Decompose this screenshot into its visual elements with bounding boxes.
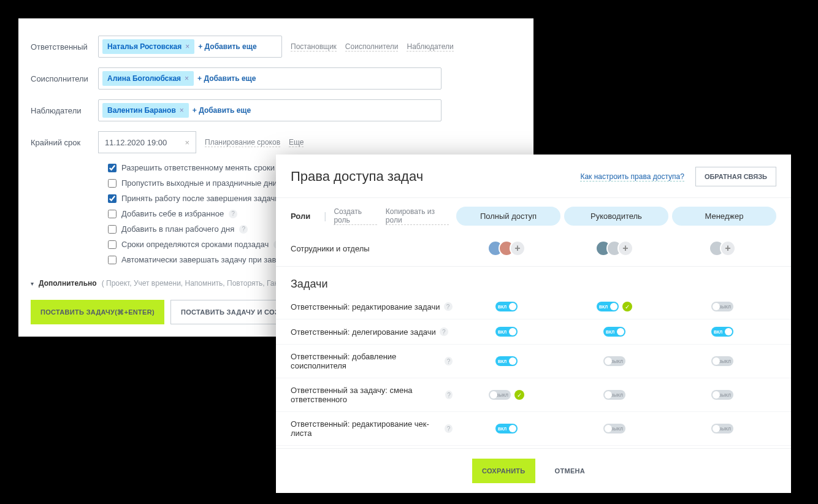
- permission-name: Ответственный: редактирование чек-листа: [291, 419, 441, 438]
- responsible-chip[interactable]: Наталья Ростовская×: [102, 39, 194, 54]
- responsible-row: Ответственный Наталья Ростовская× + Доба…: [31, 36, 521, 58]
- add-user-icon[interactable]: +: [617, 240, 633, 256]
- help-icon[interactable]: ?: [229, 210, 237, 218]
- permission-toggle[interactable]: ВКЛ: [495, 424, 518, 433]
- help-icon[interactable]: ?: [445, 391, 453, 399]
- remove-icon[interactable]: ×: [185, 74, 189, 83]
- option-label: Добавить в план рабочего дня: [121, 224, 234, 234]
- help-icon[interactable]: ?: [445, 357, 453, 365]
- permission-toggle[interactable]: ВЫКЛ: [489, 390, 511, 400]
- permissions-table: Ответственный: редактирование задачи? ВК…: [276, 294, 791, 448]
- option-checkbox[interactable]: [108, 194, 117, 203]
- option-checkbox[interactable]: [108, 179, 117, 188]
- permission-row: Ответственный: добавление соисполнителя?…: [276, 345, 791, 378]
- coexec-chip[interactable]: Алина Боголюбская×: [102, 71, 194, 86]
- responsible-input[interactable]: Наталья Ростовская× + Добавить еще: [98, 36, 282, 58]
- option-label: Сроки определяются сроками подзадач: [121, 240, 269, 249]
- create-role-link[interactable]: Создать роль: [334, 207, 377, 225]
- permission-name: Ответственный за задачу: смена ответстве…: [291, 386, 441, 404]
- role-quick-links: Постановщик Соисполнители Наблюдатели: [291, 42, 454, 52]
- role-pill[interactable]: Менеджер: [672, 207, 776, 226]
- help-icon[interactable]: ?: [440, 327, 448, 336]
- remove-icon[interactable]: ×: [185, 42, 189, 51]
- avatar-group[interactable]: +: [595, 240, 633, 256]
- permissions-title: Права доступа задач: [291, 169, 423, 185]
- add-user-icon[interactable]: +: [510, 240, 526, 256]
- perm-cancel-button[interactable]: ОТМЕНА: [545, 459, 595, 483]
- permission-row: Ответственный за задачу: смена ответстве…: [276, 378, 791, 412]
- permission-toggle[interactable]: ВЫКЛ: [711, 390, 733, 400]
- link-observers[interactable]: Наблюдатели: [407, 42, 453, 52]
- observer-chip[interactable]: Валентин Баранов×: [102, 103, 189, 118]
- option-checkbox[interactable]: [108, 210, 117, 218]
- responsible-label: Ответственный: [31, 42, 98, 52]
- option-checkbox[interactable]: [108, 240, 117, 249]
- option-checkbox[interactable]: [108, 225, 117, 234]
- role-pill[interactable]: Полный доступ: [456, 207, 560, 226]
- permission-row: Ответственный: делегирование задачи? ВКЛ…: [276, 319, 791, 345]
- role-pill[interactable]: Руководитель: [564, 207, 668, 226]
- employees-label: Сотрудники и отделы: [291, 244, 370, 253]
- deadline-input[interactable]: 11.12.2020 19:00 ×: [98, 131, 196, 153]
- feedback-button[interactable]: ОБРАТНАЯ СВЯЗЬ: [695, 167, 776, 186]
- avatar-group[interactable]: +: [487, 240, 526, 256]
- clear-icon[interactable]: ×: [185, 138, 189, 147]
- observers-row: Наблюдатели Валентин Баранов× + Добавить…: [31, 99, 521, 121]
- check-icon: ✓: [514, 390, 524, 400]
- check-icon: ✓: [622, 302, 632, 311]
- deadline-links: Планирование сроков Еще: [205, 138, 304, 147]
- option-label: Разрешить ответственному менять сроки за…: [121, 163, 302, 172]
- help-icon[interactable]: ?: [239, 225, 248, 234]
- save-button[interactable]: СОХРАНИТЬ: [472, 459, 535, 483]
- permission-toggle[interactable]: ВЫКЛ: [711, 424, 733, 433]
- option-label: Пропустить выходные и праздничные дни: [121, 178, 277, 188]
- option-checkbox[interactable]: [108, 164, 117, 172]
- add-more-link[interactable]: + Добавить еще: [197, 74, 256, 83]
- permission-row: Ответственный: редактирование задачи? ВК…: [276, 294, 791, 319]
- observers-label: Наблюдатели: [31, 106, 98, 115]
- permission-toggle[interactable]: ВКЛ: [495, 302, 518, 311]
- permissions-footer: СОХРАНИТЬ ОТМЕНА: [276, 448, 791, 493]
- permission-toggle[interactable]: ВЫКЛ: [711, 356, 733, 366]
- link-coexec[interactable]: Соисполнители: [345, 42, 399, 52]
- link-creator[interactable]: Постановщик: [291, 42, 337, 52]
- copy-role-link[interactable]: Копировать из роли: [386, 207, 449, 225]
- help-icon[interactable]: ?: [444, 302, 453, 311]
- permission-name: Ответственный: редактирование задачи: [291, 302, 440, 311]
- avatar-group[interactable]: +: [709, 240, 736, 256]
- help-link[interactable]: Как настроить права доступа?: [580, 172, 684, 181]
- option-label: Принять работу после завершения задачи: [121, 194, 280, 203]
- permission-name: Ответственный: делегирование задачи: [291, 327, 436, 337]
- permission-toggle[interactable]: ВКЛ: [597, 302, 619, 311]
- roles-row: Роли | Создать роль Копировать из роли П…: [276, 198, 791, 234]
- submit-button[interactable]: ПОСТАВИТЬ ЗАДАЧУ(⌘+ENTER): [31, 300, 164, 324]
- permission-toggle[interactable]: ВКЛ: [711, 327, 733, 337]
- chevron-down-icon: ▾: [31, 280, 34, 287]
- help-icon[interactable]: ?: [445, 424, 453, 433]
- deadline-label: Крайний срок: [31, 138, 98, 147]
- permission-row: Ответственный: редактирование чек-листа?…: [276, 412, 791, 446]
- option-checkbox[interactable]: [108, 256, 117, 264]
- observers-input[interactable]: Валентин Баранов× + Добавить еще: [98, 99, 441, 121]
- link-planning[interactable]: Планирование сроков: [205, 138, 280, 147]
- coexec-label: Соисполнители: [31, 74, 98, 83]
- permission-toggle[interactable]: ВЫКЛ: [603, 424, 625, 433]
- coexec-row: Соисполнители Алина Боголюбская× + Добав…: [31, 67, 521, 90]
- permission-name: Ответственный: добавление соисполнителя: [291, 352, 441, 370]
- employees-row: Сотрудники и отделы + + +: [276, 234, 791, 267]
- deadline-row: Крайний срок 11.12.2020 19:00 × Планиров…: [31, 131, 521, 153]
- permission-toggle[interactable]: ВКЛ: [495, 327, 518, 337]
- permission-toggle[interactable]: ВЫКЛ: [603, 356, 625, 366]
- link-more[interactable]: Еще: [289, 138, 304, 147]
- permission-toggle[interactable]: ВКЛ: [603, 327, 625, 337]
- coexec-input[interactable]: Алина Боголюбская× + Добавить еще: [98, 67, 441, 90]
- add-more-link[interactable]: + Добавить еще: [193, 106, 251, 115]
- remove-icon[interactable]: ×: [180, 106, 184, 115]
- add-more-link[interactable]: + Добавить еще: [198, 42, 256, 51]
- permission-toggle[interactable]: ВЫКЛ: [603, 390, 625, 400]
- add-user-icon[interactable]: +: [720, 240, 736, 256]
- roles-label: Роли: [291, 212, 310, 221]
- permission-toggle[interactable]: ВКЛ: [495, 356, 518, 366]
- permission-toggle[interactable]: ВЫКЛ: [711, 302, 733, 311]
- option-label: Добавить себе в избранное: [121, 209, 224, 218]
